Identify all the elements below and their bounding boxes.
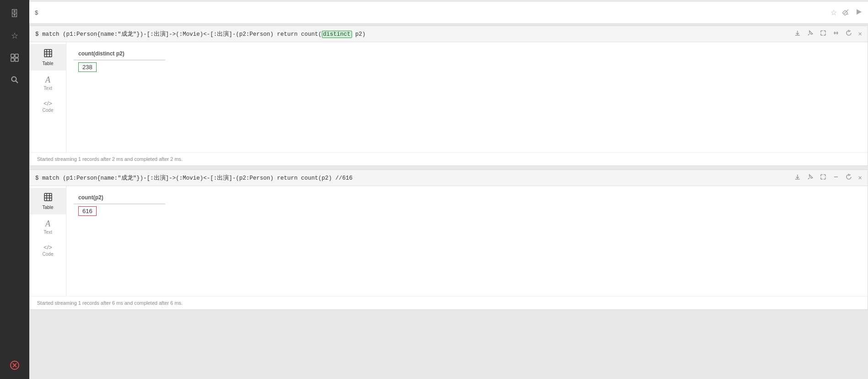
refresh-icon-2[interactable] bbox=[846, 174, 852, 182]
query-actions-2: ✕ bbox=[794, 174, 862, 182]
svg-line-5 bbox=[16, 81, 18, 83]
close-icon-1[interactable]: ✕ bbox=[858, 30, 862, 38]
result-value-2: 616 bbox=[74, 204, 165, 218]
code-view-icon-2: </> bbox=[43, 244, 52, 251]
result-table-2: count(p2) 616 bbox=[74, 192, 165, 218]
text-view-icon-2: A bbox=[45, 219, 50, 229]
table-view-icon-1 bbox=[43, 49, 53, 60]
table-view-icon-2 bbox=[43, 192, 53, 204]
svg-rect-16 bbox=[44, 193, 52, 201]
query-suffix-1: p2) bbox=[352, 31, 366, 38]
table-content-1: count(distinct p2) 238 bbox=[66, 42, 868, 152]
error-icon[interactable] bbox=[5, 356, 24, 374]
view-table-btn-1[interactable]: Table bbox=[30, 44, 66, 71]
table-row: 616 bbox=[74, 204, 165, 218]
view-table-label-1: Table bbox=[43, 61, 54, 66]
result-value-badge-1: 238 bbox=[78, 62, 97, 72]
pin-icon-2[interactable] bbox=[807, 174, 814, 182]
svg-rect-2 bbox=[11, 58, 14, 61]
status-bar-1: Started streaming 1 records after 2 ms a… bbox=[30, 152, 868, 165]
expand-icon-1[interactable] bbox=[820, 30, 826, 38]
status-bar-2: Started streaming 1 records after 6 ms a… bbox=[30, 296, 868, 309]
query-input[interactable] bbox=[35, 9, 830, 16]
col-header-1: count(distinct p2) bbox=[74, 48, 165, 60]
svg-rect-0 bbox=[11, 54, 14, 57]
query-prefix-1: $ match (p1:Person{name:"成龙"})-[:出演]->(:… bbox=[35, 31, 322, 38]
col-header-2: count(p2) bbox=[74, 192, 165, 204]
view-code-label-2: Code bbox=[43, 252, 54, 257]
refresh-icon-1[interactable] bbox=[846, 30, 852, 38]
query-text-1: $ match (p1:Person{name:"成龙"})-[:出演]->(:… bbox=[35, 30, 794, 38]
svg-rect-11 bbox=[44, 49, 52, 57]
table-content-2: count(p2) 616 bbox=[66, 186, 868, 296]
view-table-label-2: Table bbox=[43, 205, 54, 210]
svg-rect-1 bbox=[15, 54, 18, 57]
result-table-1: count(distinct p2) 238 bbox=[74, 48, 165, 74]
result-value-1: 238 bbox=[74, 60, 165, 74]
view-text-label-2: Text bbox=[43, 230, 52, 235]
sidebar: 🗄 ☆ bbox=[0, 0, 29, 379]
run-icon[interactable] bbox=[855, 8, 863, 17]
query-header-2: $ match (p1:Person{name:"成龙"})-[:出演]->(:… bbox=[30, 170, 868, 186]
table-row: 238 bbox=[74, 60, 165, 74]
result-area-2: Table A Text </> Code count(p2) bbox=[30, 186, 868, 296]
collapse-icon-1[interactable] bbox=[833, 30, 839, 38]
query-actions-1: ✕ bbox=[794, 30, 862, 38]
code-view-icon-1: </> bbox=[43, 100, 52, 107]
status-text-2: Started streaming 1 records after 6 ms a… bbox=[37, 300, 183, 306]
view-text-label-1: Text bbox=[43, 86, 52, 91]
view-code-label-1: Code bbox=[43, 108, 54, 113]
pin-icon-1[interactable] bbox=[807, 30, 814, 38]
search-icon[interactable] bbox=[5, 71, 24, 89]
result-value-badge-2: 616 bbox=[78, 206, 97, 216]
collapse-icon-2[interactable] bbox=[833, 174, 839, 182]
star-icon[interactable]: ☆ bbox=[5, 27, 24, 45]
view-text-btn-1[interactable]: A Text bbox=[30, 71, 66, 95]
view-text-btn-2[interactable]: A Text bbox=[30, 214, 66, 239]
view-sidebar-2: Table A Text </> Code bbox=[30, 186, 66, 296]
query-text-2: $ match (p1:Person{name:"成龙"})-[:出演]->(:… bbox=[35, 174, 794, 182]
top-input-bar: ☆ bbox=[29, 2, 868, 24]
expand-icon-2[interactable] bbox=[820, 174, 826, 182]
query-highlight-distinct: distinct bbox=[322, 31, 352, 38]
result-area-1: Table A Text </> Code count(distinct p2) bbox=[30, 42, 868, 152]
table-icon[interactable] bbox=[5, 49, 24, 67]
query-block-2: $ match (p1:Person{name:"成龙"})-[:出演]->(:… bbox=[29, 170, 868, 310]
view-code-btn-2[interactable]: </> Code bbox=[30, 239, 66, 261]
svg-marker-10 bbox=[857, 9, 862, 15]
favorite-icon[interactable]: ☆ bbox=[830, 8, 837, 17]
view-sidebar-1: Table A Text </> Code bbox=[30, 42, 66, 152]
query-block-1: $ match (p1:Person{name:"成龙"})-[:出演]->(:… bbox=[29, 26, 868, 166]
download-icon-2[interactable] bbox=[794, 174, 801, 182]
top-bar-actions: ☆ bbox=[830, 8, 863, 17]
text-view-icon-1: A bbox=[45, 75, 50, 85]
close-icon-2[interactable]: ✕ bbox=[858, 174, 862, 182]
query-header-1: $ match (p1:Person{name:"成龙"})-[:出演]->(:… bbox=[30, 26, 868, 42]
svg-point-4 bbox=[12, 77, 16, 82]
view-code-btn-1[interactable]: </> Code bbox=[30, 95, 66, 117]
eraser-icon[interactable] bbox=[842, 8, 850, 17]
view-table-btn-2[interactable]: Table bbox=[30, 188, 66, 214]
query-full-text-2: $ match (p1:Person{name:"成龙"})-[:出演]->(:… bbox=[35, 175, 353, 181]
main-content: ☆ $ match (p1:Person{name:"成龙"})-[:出演]->… bbox=[29, 0, 868, 379]
database-icon[interactable]: 🗄 bbox=[5, 5, 24, 23]
svg-rect-3 bbox=[15, 58, 18, 61]
status-text-1: Started streaming 1 records after 2 ms a… bbox=[37, 156, 183, 162]
download-icon-1[interactable] bbox=[794, 30, 801, 38]
